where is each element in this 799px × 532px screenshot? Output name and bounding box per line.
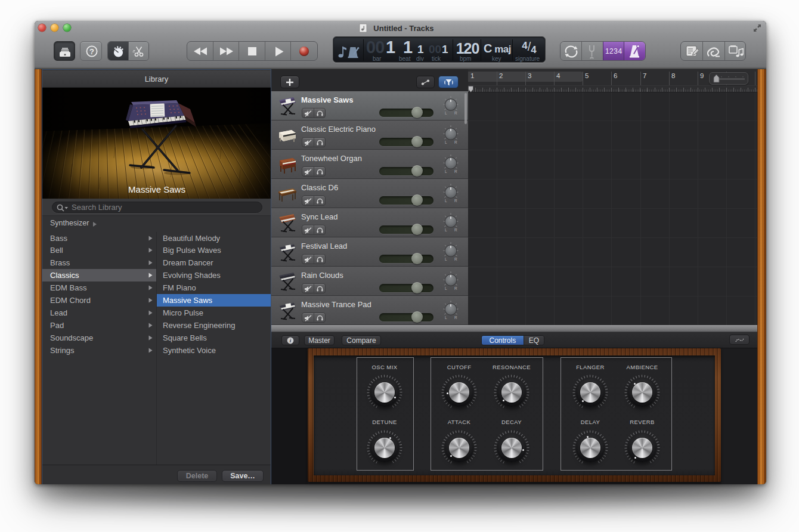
svg-text:R: R	[454, 316, 457, 320]
svg-text:L: L	[445, 111, 447, 115]
svg-text:R: R	[454, 228, 457, 232]
svg-text:L: L	[445, 257, 447, 261]
svg-text:R: R	[454, 286, 457, 290]
svg-text:L: L	[445, 228, 447, 232]
svg-text:R: R	[454, 199, 457, 203]
svg-text:L: L	[445, 199, 447, 203]
svg-text:?: ?	[89, 47, 94, 56]
svg-text:R: R	[454, 169, 457, 174]
svg-text:Massive Saws: Massive Saws	[128, 184, 185, 194]
svg-text:L: L	[445, 140, 447, 144]
svg-text:L: L	[445, 316, 447, 320]
svg-text:R: R	[454, 257, 457, 261]
svg-text:L: L	[445, 169, 447, 174]
svg-text:R: R	[454, 111, 457, 115]
svg-text:L: L	[445, 286, 447, 290]
svg-text:R: R	[454, 140, 457, 144]
